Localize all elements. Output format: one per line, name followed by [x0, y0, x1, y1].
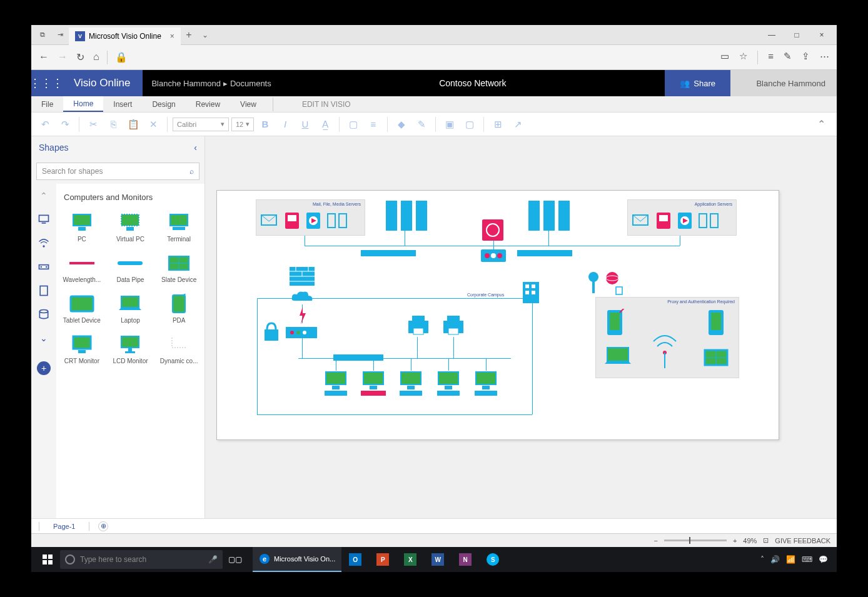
collapse-shapes-icon[interactable]: ‹: [194, 143, 197, 153]
shape-pda[interactable]: PDA: [156, 289, 202, 328]
refresh-icon[interactable]: ↻: [76, 51, 84, 63]
zoom-percent[interactable]: 49%: [743, 537, 757, 544]
undo-button[interactable]: ↶: [36, 116, 54, 133]
bold-button[interactable]: B: [256, 116, 274, 133]
more-icon[interactable]: ⋯: [820, 51, 829, 64]
shape-crt-monitor[interactable]: CRT Monitor: [59, 330, 105, 368]
shape-laptop[interactable]: Laptop: [108, 289, 154, 328]
modem-icon[interactable]: [286, 327, 317, 338]
font-size-selector[interactable]: 12▾: [231, 118, 254, 131]
home-icon[interactable]: ⌂: [93, 51, 99, 63]
bring-front-button[interactable]: ▣: [441, 116, 458, 133]
taskbar-word[interactable]: W: [424, 547, 452, 572]
shape-data-pipe[interactable]: Data Pipe: [108, 249, 154, 287]
group-proxy-auth[interactable]: Proxy and Authentication Required: [595, 297, 739, 378]
server-rack-1[interactable]: [386, 201, 442, 236]
printer-1-icon[interactable]: [406, 314, 431, 337]
add-stencil-button[interactable]: +: [37, 361, 51, 375]
shape-fill-button[interactable]: ◆: [393, 116, 410, 133]
key-globe-icon[interactable]: [586, 271, 623, 296]
switch-3[interactable]: [333, 354, 383, 361]
tray-keyboard-icon[interactable]: ⌨: [802, 555, 812, 564]
workstation-3[interactable]: [397, 371, 425, 398]
zoom-out-button[interactable]: −: [654, 537, 657, 544]
taskbar-powerpoint[interactable]: P: [369, 547, 396, 572]
taskbar-excel[interactable]: X: [396, 547, 424, 572]
edit-in-visio-button[interactable]: EDIT IN VISIO: [292, 96, 361, 112]
delete-button[interactable]: ✕: [144, 116, 162, 133]
tray-notifications-icon[interactable]: 💬: [819, 555, 828, 564]
notes-icon[interactable]: ✎: [784, 51, 792, 64]
group-app-servers[interactable]: Application Servers: [627, 199, 737, 236]
workstation-2[interactable]: [360, 371, 387, 398]
lock-icon[interactable]: [263, 322, 280, 341]
browser-tab[interactable]: V Microsoft Visio Online ×: [69, 28, 181, 45]
server-rack-2[interactable]: [528, 201, 585, 236]
load-balancer-icon[interactable]: [482, 219, 503, 241]
share-button[interactable]: 👥 Share: [665, 70, 730, 96]
tab-file[interactable]: File: [31, 96, 63, 112]
app-name[interactable]: Visio Online: [61, 70, 143, 96]
underline-button[interactable]: U: [296, 116, 314, 133]
taskbar-onenote[interactable]: N: [452, 547, 479, 572]
cut-button[interactable]: ✂: [84, 116, 102, 133]
tab-aside-icon[interactable]: ⇥: [51, 25, 69, 44]
cat-database-icon[interactable]: [36, 306, 52, 323]
tray-volume-icon[interactable]: 🔊: [770, 555, 780, 564]
new-tab-button[interactable]: +: [181, 29, 197, 41]
taskbar-skype[interactable]: S: [479, 547, 507, 572]
user-display[interactable]: Blanche Hammond: [730, 70, 837, 96]
minimize-button[interactable]: —: [759, 31, 784, 39]
workstation-1[interactable]: [322, 371, 350, 398]
shape-terminal[interactable]: Terminal: [156, 208, 202, 246]
tray-wifi-icon[interactable]: 📶: [786, 555, 795, 564]
text-box-button[interactable]: ▢: [345, 116, 362, 133]
connector-button[interactable]: ↗: [509, 116, 527, 133]
switch-1[interactable]: [361, 250, 416, 256]
fit-page-icon[interactable]: ⊡: [763, 536, 769, 544]
chevron-down-icon[interactable]: ⌄: [36, 330, 52, 346]
mic-icon[interactable]: 🎤: [208, 555, 218, 564]
breadcrumb[interactable]: Blanche Hammond ▸ Documents: [143, 70, 280, 96]
shape-wavelength[interactable]: Wavelength...: [59, 249, 105, 287]
start-button[interactable]: [35, 547, 60, 572]
workstation-5[interactable]: [472, 371, 500, 398]
app-launcher-icon[interactable]: ⋮⋮⋮: [31, 70, 61, 96]
shape-dynamic-connector[interactable]: Dynamic co...: [156, 330, 202, 368]
cloud-icon[interactable]: [291, 291, 313, 304]
shapes-search-input[interactable]: Search for shapes ⌕: [36, 163, 199, 180]
maximize-button[interactable]: □: [784, 31, 809, 39]
shape-pc[interactable]: PC: [59, 208, 105, 246]
shape-virtual-pc[interactable]: Virtual PC: [108, 208, 154, 246]
give-feedback-link[interactable]: GIVE FEEDBACK: [775, 537, 830, 544]
close-tab-icon[interactable]: ×: [170, 32, 174, 41]
cat-rack-icon[interactable]: [36, 259, 52, 275]
hub-icon[interactable]: ≡: [768, 51, 774, 64]
cat-network-icon[interactable]: [36, 235, 52, 251]
back-icon[interactable]: ←: [39, 51, 49, 63]
tab-design[interactable]: Design: [142, 96, 185, 112]
align-button[interactable]: ≡: [365, 116, 382, 133]
shape-tablet[interactable]: Tablet Device: [59, 289, 105, 328]
paste-button[interactable]: 📋: [124, 116, 142, 133]
tab-home[interactable]: Home: [63, 96, 103, 112]
close-window-button[interactable]: ×: [809, 31, 834, 39]
taskbar-outlook[interactable]: O: [341, 547, 369, 572]
switch-2[interactable]: [517, 250, 572, 256]
group-mail-servers[interactable]: Mail, File, Media Servers: [256, 199, 365, 236]
document-title[interactable]: Contoso Network: [280, 70, 665, 96]
add-page-button[interactable]: ⊕: [98, 521, 108, 531]
taskbar-search[interactable]: Type here to search 🎤: [60, 550, 223, 569]
cat-computers-icon[interactable]: [36, 211, 52, 228]
firewall-icon[interactable]: [290, 267, 315, 286]
zoom-slider[interactable]: [664, 539, 727, 541]
copy-button[interactable]: ⎘: [104, 116, 122, 133]
share-browser-icon[interactable]: ⇪: [802, 51, 810, 64]
diagram-canvas[interactable]: Mail, File, Media Servers Application Se…: [216, 190, 779, 440]
chevron-up-icon[interactable]: ⌃: [36, 188, 52, 204]
forward-icon[interactable]: →: [58, 51, 68, 63]
italic-button[interactable]: I: [276, 116, 294, 133]
font-selector[interactable]: Calibri▾: [173, 118, 229, 131]
building-icon[interactable]: [520, 278, 542, 303]
tab-preview-icon[interactable]: ⧉: [34, 25, 51, 44]
